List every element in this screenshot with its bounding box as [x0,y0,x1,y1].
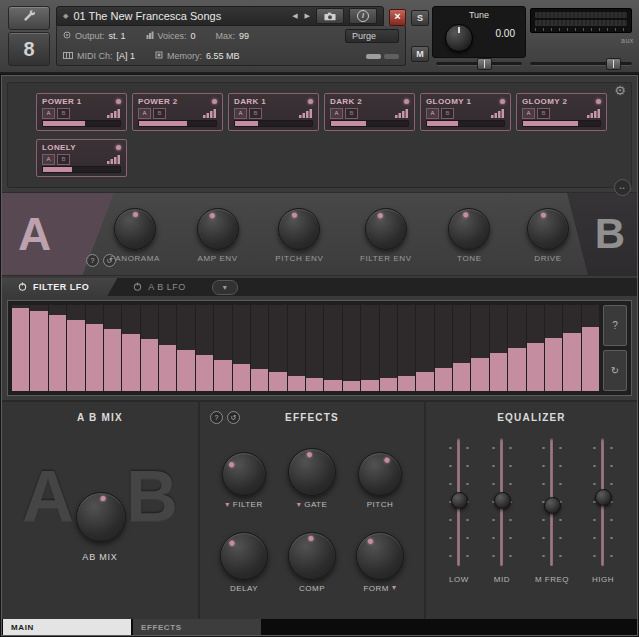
preset-a-button[interactable]: A [138,108,151,119]
knob-pitch-env[interactable]: PITCH ENV [275,208,323,263]
layer-b-wedge[interactable]: B [567,193,637,275]
help-button[interactable]: ? [86,254,99,267]
lfo-bar[interactable] [416,305,433,391]
lfo-bar[interactable] [49,305,66,391]
ab-mix-knob[interactable] [76,492,126,542]
preset-a-button[interactable]: A [234,108,247,119]
solo-button[interactable]: S [411,10,429,26]
lfo-bar[interactable] [141,305,158,391]
tab-ab-lfo[interactable]: A B LFO [117,278,202,296]
preset-progress[interactable] [522,120,601,127]
knob-filter-env[interactable]: FILTER ENV [360,208,412,263]
reset-button[interactable]: ↺ [103,254,116,267]
preset-slot-dark-1[interactable]: DARK 1 A B [228,93,319,131]
tune-value[interactable]: 0.00 [496,28,515,39]
knob-dial[interactable] [114,208,156,250]
knob-tone[interactable]: TONE [448,208,490,263]
preset-b-button[interactable]: B [153,108,166,119]
lfo-loop-button[interactable]: ↻ [603,350,627,391]
preset-b-button[interactable]: B [57,108,70,119]
prev-instrument-button[interactable]: ◀ [291,12,298,20]
preset-a-button[interactable]: A [522,108,535,119]
next-instrument-button[interactable]: ▶ [304,12,311,20]
fx-knob-pitch[interactable]: PITCH [358,452,402,509]
knob-dial[interactable] [527,208,569,250]
preset-slot-lonely[interactable]: LONELY A B [36,139,127,177]
close-instrument-button[interactable]: × [389,9,406,26]
preset-progress[interactable] [42,166,121,173]
chevron-down-icon[interactable]: ▾ [392,584,397,592]
eq-slider-m-freq[interactable]: M FREQ [535,436,569,613]
lfo-bar[interactable] [306,305,323,391]
purge-menu-button[interactable]: Purge [345,29,399,43]
lfo-bar[interactable] [159,305,176,391]
fx-knob-form[interactable]: FORM▾ [356,532,404,593]
lfo-bar[interactable] [30,305,47,391]
lfo-bar[interactable] [490,305,507,391]
lfo-bar[interactable] [435,305,452,391]
eq-slider-track-area[interactable] [492,436,512,568]
knob-dial[interactable] [197,208,239,250]
lfo-bar[interactable] [86,305,103,391]
preset-progress[interactable] [426,120,505,127]
lfo-bar[interactable] [104,305,121,391]
knob-dial[interactable] [448,208,490,250]
lfo-bar[interactable] [582,305,599,391]
midi-value[interactable]: [A] 1 [117,51,136,61]
knob-dial[interactable] [278,208,320,250]
lfo-bar[interactable] [288,305,305,391]
lfo-bar[interactable] [214,305,231,391]
knob-dial[interactable] [358,452,402,496]
output-value[interactable]: st. 1 [109,31,126,41]
knob-amp-env[interactable]: AMP ENV [197,208,239,263]
footer-tab-effects[interactable]: EFFECTS [133,619,261,635]
footer-tab-main[interactable]: MAIN [3,619,131,635]
preset-a-button[interactable]: A [42,154,55,165]
preset-progress[interactable] [138,120,217,127]
instrument-title-bar[interactable]: ◆ 01 The New Francesca Songs ◀ ▶ i [56,6,384,26]
lfo-bar[interactable] [471,305,488,391]
pan-slider[interactable] [436,58,522,68]
lfo-bar[interactable] [508,305,525,391]
preset-slot-power-1[interactable]: POWER 1 A B [36,93,127,131]
preset-progress[interactable] [234,120,313,127]
preset-a-button[interactable]: A [42,108,55,119]
power-icon[interactable] [18,282,27,293]
preset-b-button[interactable]: B [441,108,454,119]
preset-slot-gloomy-2[interactable]: GLOOMY 2 A B [516,93,607,131]
lfo-bar[interactable] [324,305,341,391]
knob-panorama[interactable]: PANORAMA [110,208,160,263]
tune-knob[interactable] [445,24,473,52]
preset-slot-gloomy-1[interactable]: GLOOMY 1 A B [420,93,511,131]
chevron-down-icon[interactable]: ▾ [225,501,230,509]
preset-slot-power-2[interactable]: POWER 2 A B [132,93,223,131]
fx-knob-gate[interactable]: ▾GATE [288,448,336,509]
lfo-bar[interactable] [196,305,213,391]
brand-badge[interactable]: •• [614,179,631,196]
lfo-bar[interactable] [380,305,397,391]
volume-slider[interactable] [530,58,632,68]
lfo-help-button[interactable]: ? [603,305,627,346]
lfo-bar[interactable] [251,305,268,391]
collapse-chevron-button[interactable]: ▾ [212,280,238,295]
preset-progress[interactable] [42,120,121,127]
fx-knob-comp[interactable]: COMP [288,532,336,593]
wrench-edit-button[interactable] [8,6,50,30]
knob-dial[interactable] [288,532,336,580]
eq-slider-track-area[interactable] [542,436,562,568]
eq-slider-high[interactable]: HIGH [592,436,614,613]
lfo-bar[interactable] [67,305,84,391]
knob-dial[interactable] [356,532,404,580]
knob-dial[interactable] [288,448,336,496]
lfo-bar[interactable] [177,305,194,391]
lfo-bar[interactable] [398,305,415,391]
preset-b-button[interactable]: B [537,108,550,119]
preset-slot-dark-2[interactable]: DARK 2 A B [324,93,415,131]
lfo-bar[interactable] [12,305,29,391]
knob-dial[interactable] [220,532,268,580]
volume-handle[interactable] [606,58,621,70]
preset-a-button[interactable]: A [426,108,439,119]
preset-b-button[interactable]: B [345,108,358,119]
mute-button[interactable]: M [411,46,429,62]
lfo-bar[interactable] [563,305,580,391]
